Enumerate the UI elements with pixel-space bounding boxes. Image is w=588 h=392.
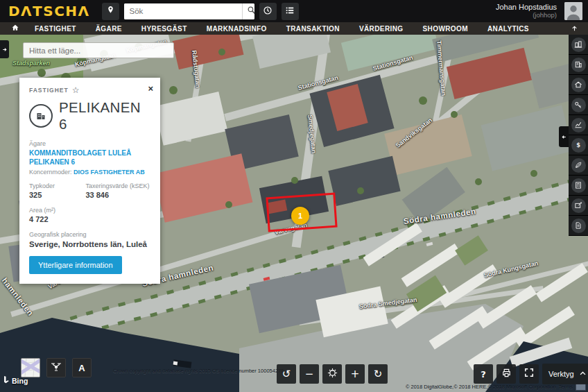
print-button[interactable] [496, 364, 516, 384]
favorite-star-icon[interactable]: ☆ [72, 86, 80, 94]
center-map-button[interactable] [322, 364, 342, 384]
nav-item-vardering[interactable]: VÄRDERING [349, 25, 413, 33]
more-info-button[interactable]: Ytterligare information [29, 256, 122, 274]
owner-label: Ägare [29, 140, 150, 147]
geo-value: Sverige, Norrbottens län, Luleå [29, 240, 150, 248]
search-input[interactable] [124, 3, 242, 19]
tax-value: 33 846 [85, 191, 150, 199]
area-label: Area (m²) [29, 207, 150, 214]
rotate-ccw-button[interactable]: ↺ [277, 364, 296, 384]
top-bar: DΛTSCHΛ Johan Hopstadius (johhop) [0, 0, 588, 22]
drone-view-button[interactable] [46, 358, 66, 377]
os-copyright-text: Crown copyright and database rights 2015… [113, 368, 284, 374]
typecode-value: 325 [29, 191, 85, 199]
sidebar-valuation-button[interactable]: $ [569, 135, 588, 155]
map-location-search-input[interactable] [23, 42, 174, 58]
geo-label: Geografisk placering [29, 231, 150, 238]
zoom-out-button[interactable]: − [300, 364, 319, 384]
tools-label: Verktyg [548, 370, 574, 378]
map-utility-controls: ? Verktyg [474, 364, 588, 384]
map-marker[interactable]: 1 [291, 207, 309, 225]
sidebar-documents-button[interactable] [569, 216, 588, 236]
user-menu[interactable]: Johan Hopstadius (johhop) [496, 3, 557, 19]
map-style-button[interactable] [21, 358, 40, 377]
datscha-app: DΛTSCHΛ Johan Hopstadius (johhop) [0, 0, 588, 392]
property-report-icon [571, 37, 586, 52]
bing-logo-icon [3, 375, 10, 386]
typecode-label: Typkoder [29, 182, 85, 189]
nav-home-button[interactable] [7, 24, 25, 34]
sidebar-home-button[interactable] [569, 75, 588, 95]
parent-company-label: Koncernmoder: [29, 169, 74, 176]
list-button[interactable] [282, 3, 299, 20]
user-handle: (johhop) [496, 12, 557, 19]
nav-item-fastighet[interactable]: FASTIGHET [25, 25, 86, 33]
history-button[interactable] [259, 3, 277, 20]
home-icon [571, 78, 586, 92]
property-popup: × FASTIGHET ☆ PELIKANEN 6 Ägare KOMMANDI… [19, 78, 160, 284]
tax-value-label: Taxeringsvärde (kSEK) [85, 182, 150, 189]
compass-target-icon [327, 368, 338, 381]
key-icon [571, 98, 586, 112]
search-icon [247, 6, 254, 17]
feather-icon [571, 158, 586, 173]
user-name: Johan Hopstadius [496, 3, 557, 12]
nav-item-transaktion[interactable]: TRANSAKTION [277, 25, 349, 33]
close-icon[interactable]: × [146, 83, 155, 94]
sidebar-building-info-button[interactable] [569, 55, 588, 75]
property-title: PELIKANEN 6 [59, 99, 150, 133]
map-controls: ↺ − + ↻ [277, 364, 388, 384]
nav-item-agare[interactable]: ÄGARE [86, 25, 132, 33]
property-type-label: FASTIGHET [29, 87, 69, 94]
compose-icon [571, 198, 586, 213]
sidebar-key-button[interactable] [569, 95, 588, 115]
arrow-left-icon [561, 132, 567, 142]
zoom-in-button[interactable]: + [345, 364, 365, 384]
nav-item-marknadsinfo[interactable]: MARKNADSINFO [197, 25, 277, 33]
home-icon [11, 24, 19, 34]
dollar-icon: $ [571, 138, 586, 153]
building-info-icon [571, 58, 586, 72]
parent-company-row: Koncernmoder: DIOS FASTIGHETER AB [29, 169, 150, 176]
nav-item-showroom[interactable]: SHOWROOM [413, 25, 478, 33]
main-nav: FASTIGHET ÄGARE HYRESGÄST MARKNADSINFO T… [0, 22, 588, 35]
area-value: 4 722 [29, 215, 150, 223]
location-pin-icon [106, 6, 115, 17]
help-button[interactable]: ? [474, 364, 493, 384]
drone-icon [51, 361, 62, 375]
document-icon [571, 219, 586, 233]
datscha-logo[interactable]: DΛTSCHΛ [8, 3, 90, 19]
fullscreen-button[interactable] [519, 364, 539, 384]
sidebar-calculator-button[interactable] [569, 176, 588, 196]
nav-item-analytics[interactable]: ANALYTICS [478, 25, 539, 33]
letter-a-label: A [78, 363, 85, 373]
label-toggle-button[interactable]: A [72, 358, 92, 377]
expand-left-panel-button[interactable] [0, 40, 9, 58]
rotate-cw-button[interactable]: ↻ [368, 364, 388, 384]
fullscreen-icon [524, 368, 534, 380]
sidebar-market-chart-button[interactable] [569, 115, 588, 135]
sidebar-property-report-button[interactable] [569, 35, 588, 55]
right-toolbar: $ [569, 35, 588, 236]
tools-menu-button[interactable]: Verktyg [542, 364, 588, 384]
svg-text:$: $ [576, 142, 580, 148]
parent-company-link[interactable]: DIOS FASTIGHETER AB [74, 169, 145, 176]
terms-link[interactable]: Terms [559, 384, 573, 390]
chevron-up-icon [579, 370, 587, 379]
search-button[interactable] [242, 3, 254, 19]
list-icon [285, 6, 295, 17]
collapse-sidebar-button[interactable] [559, 126, 569, 147]
arrow-up-icon [571, 24, 578, 34]
sidebar-notes-button[interactable] [569, 155, 588, 176]
building-icon [29, 104, 53, 128]
nav-item-hyresgast[interactable]: HYRESGÄST [132, 25, 197, 33]
sidebar-compose-button[interactable] [569, 196, 588, 216]
line-chart-icon [571, 118, 586, 133]
global-search [124, 3, 254, 19]
nav-collapse-button[interactable] [568, 24, 581, 34]
location-pin-button[interactable] [102, 3, 119, 20]
layer-controls: A [21, 358, 92, 377]
owner-link[interactable]: KOMMANDITBOLAGET LULEÅ PELIKANEN 6 [29, 149, 150, 167]
avatar[interactable] [564, 2, 582, 20]
calculator-icon [571, 178, 586, 193]
